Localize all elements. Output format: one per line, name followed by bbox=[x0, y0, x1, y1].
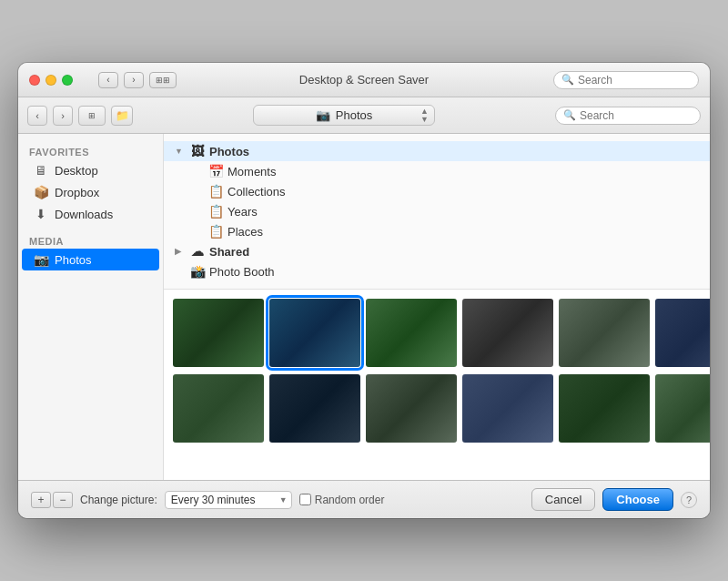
sidebar-item-label: Downloads bbox=[55, 208, 113, 221]
remove-folder-button[interactable]: − bbox=[53, 492, 73, 508]
photo-thumb[interactable] bbox=[655, 299, 710, 367]
shared-icon: ☁ bbox=[189, 244, 206, 259]
tree-view: ▼ 🖼 Photos 📅 Moments 📋 Collections bbox=[164, 134, 710, 290]
sidebar-item-label: Photos bbox=[55, 253, 91, 267]
forward-button[interactable]: › bbox=[124, 72, 144, 88]
moments-icon: 📅 bbox=[207, 164, 224, 178]
media-section-label: Media bbox=[18, 232, 163, 249]
view-grid-button[interactable]: ⊞ bbox=[78, 106, 106, 126]
search-icon: 🔍 bbox=[563, 109, 576, 121]
finder-window: ‹ › ⊞⊞ Desktop & Screen Saver 🔍 ‹ › ⊞ 📁 … bbox=[18, 63, 710, 518]
photo-thumb[interactable] bbox=[559, 299, 650, 367]
toolbar-search-input[interactable] bbox=[580, 109, 693, 122]
tree-toggle-shared: ▶ bbox=[175, 247, 186, 256]
tree-toggle-photos: ▼ bbox=[175, 147, 186, 156]
sidebar-item-label: Dropbox bbox=[55, 186, 99, 199]
tree-item-shared[interactable]: ▶ ☁ Shared bbox=[164, 241, 710, 261]
collections-icon: 📋 bbox=[207, 184, 224, 199]
favorites-section-label: Favorites bbox=[18, 143, 163, 159]
years-icon: 📋 bbox=[207, 204, 224, 219]
traffic-lights bbox=[29, 75, 73, 86]
photo-thumb[interactable] bbox=[462, 374, 553, 443]
tree-item-years[interactable]: 📋 Years bbox=[164, 201, 710, 221]
title-bar: ‹ › ⊞⊞ Desktop & Screen Saver 🔍 bbox=[18, 63, 710, 97]
random-order-row: Random order bbox=[299, 494, 385, 506]
change-picture-row: Change picture: Every 30 minutes ▼ Rando… bbox=[80, 491, 524, 509]
cancel-button[interactable]: Cancel bbox=[531, 488, 595, 511]
forward-nav-button[interactable]: › bbox=[53, 106, 73, 126]
location-bar: 📷 Photos ▲▼ bbox=[138, 105, 550, 126]
title-bar-search[interactable]: 🔍 bbox=[553, 71, 699, 89]
photo-thumb[interactable] bbox=[269, 374, 360, 443]
photo-thumb[interactable] bbox=[173, 299, 264, 367]
change-picture-value: Every 30 minutes bbox=[171, 494, 256, 506]
tree-item-label: Years bbox=[228, 205, 258, 219]
random-order-checkbox[interactable] bbox=[299, 494, 311, 505]
tree-item-label: Collections bbox=[228, 185, 286, 199]
tree-item-moments[interactable]: 📅 Moments bbox=[164, 161, 710, 181]
add-folder-button[interactable]: + bbox=[31, 492, 51, 508]
toolbar: ‹ › ⊞ 📁 📷 Photos ▲▼ 🔍 bbox=[18, 97, 710, 134]
places-icon: 📋 bbox=[207, 224, 224, 239]
back-nav-button[interactable]: ‹ bbox=[27, 106, 47, 126]
photo-thumb[interactable] bbox=[559, 374, 650, 443]
sidebar-item-desktop[interactable]: 🖥 Desktop bbox=[22, 159, 159, 181]
tree-item-label: Moments bbox=[228, 165, 276, 178]
tree-item-label: Photos bbox=[209, 145, 249, 158]
change-picture-select[interactable]: Every 30 minutes ▼ bbox=[165, 491, 292, 509]
main-content: Favorites 🖥 Desktop 📦 Dropbox ⬇ Download… bbox=[18, 134, 710, 480]
random-order-label: Random order bbox=[315, 494, 385, 506]
downloads-icon: ⬇ bbox=[33, 207, 49, 221]
change-picture-label: Change picture: bbox=[80, 494, 157, 506]
tree-item-label: Photo Booth bbox=[209, 265, 275, 279]
sidebar-item-label: Desktop bbox=[55, 164, 98, 178]
photo-booth-icon: 📸 bbox=[189, 264, 206, 279]
help-button[interactable]: ? bbox=[681, 492, 697, 508]
tree-item-label: Places bbox=[228, 225, 263, 239]
select-arrow-icon: ▼ bbox=[279, 495, 288, 505]
close-button[interactable] bbox=[29, 75, 40, 86]
photo-grid bbox=[164, 290, 710, 480]
location-label: Photos bbox=[336, 108, 372, 122]
selector-arrows: ▲▼ bbox=[420, 107, 429, 124]
tree-item-photo-booth[interactable]: 📸 Photo Booth bbox=[164, 261, 710, 281]
folder-controls: + − bbox=[31, 492, 73, 508]
tree-item-places[interactable]: 📋 Places bbox=[164, 221, 710, 241]
action-buttons: Cancel Choose ? bbox=[531, 488, 697, 511]
photos-tree-icon: 🖼 bbox=[189, 144, 206, 158]
desktop-icon: 🖥 bbox=[33, 163, 49, 178]
photo-thumb[interactable] bbox=[366, 299, 457, 367]
sidebar-item-downloads[interactable]: ⬇ Downloads bbox=[22, 203, 159, 225]
photo-thumb[interactable] bbox=[269, 299, 360, 367]
title-search-input[interactable] bbox=[578, 74, 691, 87]
dropbox-icon: 📦 bbox=[33, 185, 49, 199]
sidebar: Favorites 🖥 Desktop 📦 Dropbox ⬇ Download… bbox=[18, 134, 164, 480]
title-bar-controls: ‹ › ⊞⊞ bbox=[98, 72, 177, 88]
photos-icon: 📷 bbox=[316, 108, 330, 122]
new-folder-button[interactable]: 📁 bbox=[111, 106, 133, 126]
bottom-bar: + − Change picture: Every 30 minutes ▼ R… bbox=[18, 480, 710, 518]
photo-thumb[interactable] bbox=[655, 374, 710, 443]
photo-thumb[interactable] bbox=[366, 374, 457, 443]
photos-icon: 📷 bbox=[33, 252, 49, 267]
tree-item-label: Shared bbox=[209, 245, 249, 259]
grid-icon: ⊞ bbox=[88, 111, 96, 120]
minimize-button[interactable] bbox=[46, 75, 56, 86]
tree-item-photos[interactable]: ▼ 🖼 Photos bbox=[164, 141, 710, 161]
tree-item-collections[interactable]: 📋 Collections bbox=[164, 181, 710, 201]
search-icon: 🔍 bbox=[561, 74, 574, 86]
back-button[interactable]: ‹ bbox=[98, 72, 118, 88]
photo-row-2 bbox=[173, 374, 701, 443]
grid-view-button[interactable]: ⊞⊞ bbox=[149, 72, 177, 88]
toolbar-search[interactable]: 🔍 bbox=[555, 107, 701, 125]
maximize-button[interactable] bbox=[62, 75, 73, 86]
sidebar-item-dropbox[interactable]: 📦 Dropbox bbox=[22, 181, 159, 203]
photo-row-1 bbox=[173, 299, 701, 367]
photo-thumb[interactable] bbox=[173, 374, 264, 443]
choose-button[interactable]: Choose bbox=[602, 488, 673, 511]
sidebar-item-photos[interactable]: 📷 Photos bbox=[22, 249, 159, 270]
new-folder-icon: 📁 bbox=[116, 109, 129, 122]
photo-thumb[interactable] bbox=[462, 299, 553, 367]
location-selector[interactable]: 📷 Photos ▲▼ bbox=[253, 105, 435, 126]
window-title: Desktop & Screen Saver bbox=[299, 73, 429, 87]
